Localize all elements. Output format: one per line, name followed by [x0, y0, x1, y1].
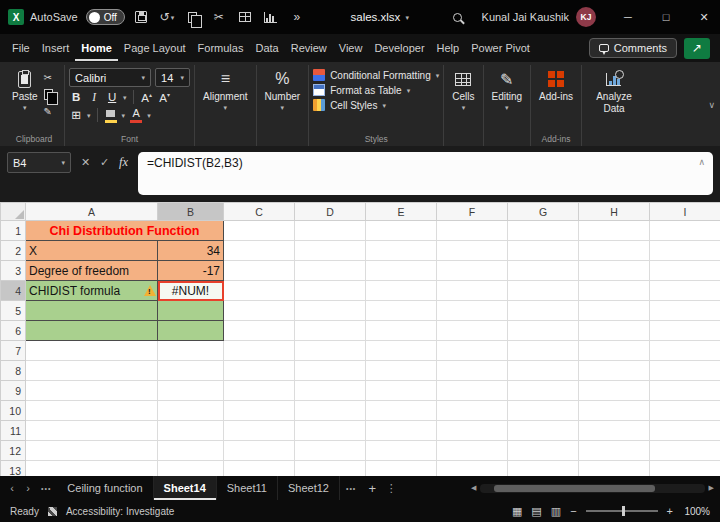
borders-button[interactable]: ⊞ — [69, 108, 83, 122]
cell-C13[interactable] — [224, 461, 295, 477]
cell-A3[interactable]: Degree of freedom — [26, 261, 158, 281]
row-header-1[interactable]: 1 — [1, 221, 26, 241]
column-header-A[interactable]: A — [26, 203, 158, 221]
account-button[interactable]: Kunal Jai Kaushik KJ — [482, 7, 596, 27]
cell-B7[interactable] — [158, 341, 224, 361]
comments-button[interactable]: Comments — [589, 38, 677, 58]
row-header-10[interactable]: 10 — [1, 401, 26, 421]
normal-view-button[interactable]: ▦ — [512, 505, 522, 518]
worksheet-grid[interactable]: ABCDEFGHI1Chi Distribution Function2X343… — [0, 202, 720, 476]
page-layout-view-button[interactable]: ▤ — [531, 505, 541, 518]
select-all-button[interactable] — [1, 203, 26, 221]
cell-B4[interactable]: #NUM! — [158, 281, 224, 301]
font-size-select[interactable]: 14▾ — [155, 68, 190, 87]
close-button[interactable]: ✕ — [688, 0, 720, 34]
error-warning-icon[interactable] — [144, 285, 156, 296]
cell-G7[interactable] — [508, 341, 579, 361]
cell-A6[interactable] — [26, 321, 158, 341]
italic-button[interactable]: I — [87, 91, 101, 103]
cell-I10[interactable] — [650, 401, 720, 421]
previous-sheet-button[interactable]: ‹ — [5, 482, 19, 494]
cell-G9[interactable] — [508, 381, 579, 401]
column-header-F[interactable]: F — [437, 203, 508, 221]
cell-A4[interactable]: CHIDIST formula — [26, 281, 158, 301]
cell-D2[interactable] — [295, 241, 366, 261]
cell-D4[interactable] — [295, 281, 366, 301]
cell-G2[interactable] — [508, 241, 579, 261]
table-tool-button[interactable] — [235, 5, 255, 29]
copy-small-button[interactable]: ▾ — [44, 87, 59, 101]
cell-I11[interactable] — [650, 421, 720, 441]
ribbon-collapse-button[interactable]: ∨ — [708, 100, 715, 110]
scrollbar-thumb[interactable] — [494, 485, 655, 492]
cell-A11[interactable] — [26, 421, 158, 441]
next-sheet-button[interactable]: › — [21, 482, 35, 494]
cell-F11[interactable] — [437, 421, 508, 441]
cell-H2[interactable] — [579, 241, 650, 261]
cell-G5[interactable] — [508, 301, 579, 321]
zoom-slider-thumb[interactable] — [622, 506, 625, 516]
cell-H9[interactable] — [579, 381, 650, 401]
sheet-tab-sheet12[interactable]: Sheet12 — [278, 476, 340, 500]
zoom-level[interactable]: 100% — [682, 506, 710, 517]
cut-small-button[interactable]: ✂ — [44, 70, 59, 84]
document-title[interactable]: sales.xlsx ▾ — [351, 11, 409, 23]
cell-I1[interactable] — [650, 221, 720, 241]
page-break-view-button[interactable]: ▥ — [551, 505, 561, 518]
alignment-button[interactable]: ≡ Alignment ▾ — [199, 66, 251, 114]
cell-F7[interactable] — [437, 341, 508, 361]
cell-B3[interactable]: -17 — [158, 261, 224, 281]
cell-B13[interactable] — [158, 461, 224, 477]
cell-C11[interactable] — [224, 421, 295, 441]
sheet-tab-sheet14[interactable]: Sheet14 — [154, 476, 217, 500]
cell-C12[interactable] — [224, 441, 295, 461]
row-header-12[interactable]: 12 — [1, 441, 26, 461]
row-header-11[interactable]: 11 — [1, 421, 26, 441]
cell-D8[interactable] — [295, 361, 366, 381]
cell-E8[interactable] — [366, 361, 437, 381]
cell-E3[interactable] — [366, 261, 437, 281]
scroll-right-icon[interactable]: ▶ — [709, 484, 714, 492]
cell-A13[interactable] — [26, 461, 158, 477]
save-button[interactable] — [131, 5, 151, 29]
cell-H6[interactable] — [579, 321, 650, 341]
insert-function-button[interactable]: fx — [114, 155, 133, 170]
cell-C9[interactable] — [224, 381, 295, 401]
cell-B6[interactable] — [158, 321, 224, 341]
cell-A12[interactable] — [26, 441, 158, 461]
zoom-in-button[interactable]: + — [667, 505, 673, 517]
cell-G8[interactable] — [508, 361, 579, 381]
cell-G1[interactable] — [508, 221, 579, 241]
row-header-7[interactable]: 7 — [1, 341, 26, 361]
cell-F1[interactable] — [437, 221, 508, 241]
menu-tab-insert[interactable]: Insert — [36, 36, 76, 61]
cell-H13[interactable] — [579, 461, 650, 477]
row-header-3[interactable]: 3 — [1, 261, 26, 281]
column-header-B[interactable]: B — [158, 203, 224, 221]
cell-A10[interactable] — [26, 401, 158, 421]
cell-H12[interactable] — [579, 441, 650, 461]
column-header-C[interactable]: C — [224, 203, 295, 221]
analyze-data-button[interactable]: Analyze Data — [586, 66, 642, 117]
cell-E13[interactable] — [366, 461, 437, 477]
menu-tab-help[interactable]: Help — [431, 36, 466, 61]
cell-C10[interactable] — [224, 401, 295, 421]
conditional-formatting-button[interactable]: Conditional Formatting ▾ — [313, 69, 439, 81]
row-header-6[interactable]: 6 — [1, 321, 26, 341]
cell-G6[interactable] — [508, 321, 579, 341]
sheet-tab-ceiling-function[interactable]: Ceiling function — [57, 476, 153, 500]
cell-G12[interactable] — [508, 441, 579, 461]
cell-C1[interactable] — [224, 221, 295, 241]
share-button[interactable]: ↗ — [684, 38, 710, 59]
paste-button[interactable]: Paste ▾ — [8, 66, 42, 114]
cell-D11[interactable] — [295, 421, 366, 441]
cell-D6[interactable] — [295, 321, 366, 341]
cell-C2[interactable] — [224, 241, 295, 261]
cell-styles-button[interactable]: Cell Styles ▾ — [313, 99, 439, 111]
bold-button[interactable]: B — [69, 91, 83, 103]
autosave-toggle[interactable]: Off — [86, 9, 125, 25]
maximize-button[interactable]: □ — [650, 0, 682, 34]
enter-button[interactable]: ✓ — [95, 156, 114, 169]
menu-tab-formulas[interactable]: Formulas — [192, 36, 250, 61]
cell-D1[interactable] — [295, 221, 366, 241]
